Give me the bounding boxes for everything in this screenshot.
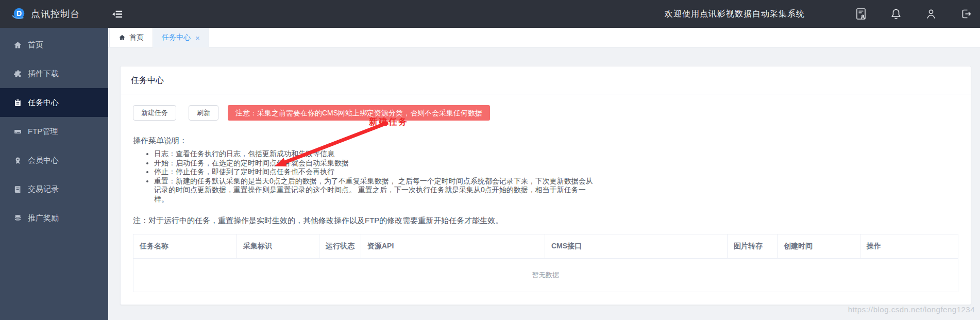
cms-binding-notice: 注意：采集之前需要在你的CMS网站上绑定资源分类，否则不会采集任何数据 [228,105,490,121]
task-table: 任务名称 采集标识 运行状态 资源API CMS接口 图片转存 创建时间 操作 … [133,234,958,292]
sidebar-item-label: FTP管理 [28,127,58,137]
task-icon [13,98,22,107]
sidebar: 首页 插件下载 任务中心 [0,28,108,320]
member-icon [13,156,22,165]
sidebar-item-label: 推广奖励 [28,213,59,223]
sidebar-item-transactions[interactable]: 交易记录 [0,175,108,204]
sidebar-item-ftp[interactable]: FTP管理 [0,117,108,146]
watermark-text: https://blog.csdn.net/longfeng1234 [848,305,975,314]
running-task-note: 注：对于运行中的任务，重置操作是实时生效的，其他修改操作以及FTP的修改需要重新… [133,216,958,226]
profile-card-icon[interactable] [854,7,868,21]
toolbar: 新建任务 刷新 注意：采集之前需要在你的CMS网站上绑定资源分类，否则不会采集任… [133,105,958,121]
table-empty-row: 暂无数据 [133,259,958,292]
sidebar-item-label: 任务中心 [28,98,59,108]
col-cms-api: CMS接口 [545,234,728,259]
logo-icon: D [11,6,27,22]
refresh-button[interactable]: 刷新 [189,105,218,121]
sidebar-item-label: 会员中心 [28,156,59,165]
sidebar-item-label: 插件下载 [28,69,59,79]
close-icon[interactable]: × [195,34,200,42]
col-created-time: 创建时间 [778,234,860,259]
top-bar: D 点讯控制台 欢迎使用点讯影视数据自动采集系统 [0,0,980,28]
col-task-name: 任务名称 [133,234,237,259]
ftp-icon [13,127,22,136]
tab-label: 首页 [129,33,144,42]
logout-icon[interactable] [959,7,973,21]
card-title: 任务中心 [121,66,971,94]
welcome-text: 欢迎使用点讯影视数据自动采集系统 [665,9,805,20]
topbar-actions: 欢迎使用点讯影视数据自动采集系统 [665,7,980,21]
tab-task-center[interactable]: 任务中心 × [153,28,209,47]
empty-data-text: 暂无数据 [133,259,958,292]
sidebar-item-label: 交易记录 [28,184,59,194]
sidebar-item-home[interactable]: 首页 [0,30,108,59]
reward-icon [13,213,22,223]
tab-home[interactable]: 首页 [109,28,153,47]
sidebar-item-label: 首页 [28,40,43,50]
app-logo[interactable]: D 点讯控制台 [0,0,108,28]
help-item-log: 日志：查看任务执行的日志，包括更新成功和失败等信息 [154,149,599,159]
user-account-icon[interactable] [924,7,938,21]
sidebar-menu: 首页 插件下载 任务中心 [0,28,108,232]
page-tabs: 首页 任务中心 × [108,28,980,47]
task-center-card: 任务中心 新建任务 刷新 注意：采集之前需要在你的CMS网站上绑定资源分类，否则… [120,66,971,305]
col-resource-api: 资源API [361,234,545,259]
new-task-button[interactable]: 新建任务 [133,105,176,121]
transaction-icon [13,184,22,194]
col-run-status: 运行状态 [319,234,361,259]
sidebar-collapse-icon[interactable] [108,5,126,23]
col-actions: 操作 [860,234,958,259]
help-item-start: 开始：启动任务，在选定的定时时间点任务就会自动采集数据 [154,159,599,168]
sidebar-item-member-center[interactable]: 会员中心 [0,146,108,175]
col-image-transfer: 图片转存 [728,234,778,259]
help-item-stop: 停止：停止任务，即使到了定时时间点任务也不会再执行 [154,167,599,177]
help-item-reset: 重置：新建的任务默认采集的是当天0点之后的数据，为了不重复采集数据， 之后每一个… [154,177,599,204]
main-content: 任务中心 新建任务 刷新 注意：采集之前需要在你的CMS网站上绑定资源分类，否则… [108,47,980,320]
app-title: 点讯控制台 [31,8,80,20]
tab-label: 任务中心 [162,33,191,42]
menu-help-title: 操作菜单说明： [133,136,958,146]
table-header-row: 任务名称 采集标识 运行状态 资源API CMS接口 图片转存 创建时间 操作 [133,234,958,259]
annotation-new-task: 新建任务 [369,116,408,128]
plugin-icon [13,69,22,78]
col-collect-id: 采集标识 [237,234,319,259]
sidebar-item-task-center[interactable]: 任务中心 [0,88,108,117]
home-icon [13,40,22,49]
card-body: 新建任务 刷新 注意：采集之前需要在你的CMS网站上绑定资源分类，否则不会采集任… [121,94,971,305]
svg-text:D: D [16,9,22,18]
sidebar-item-promotion-rewards[interactable]: 推广奖励 [0,204,108,232]
notifications-bell-icon[interactable] [889,7,903,21]
sidebar-item-plugin-download[interactable]: 插件下载 [0,59,108,88]
menu-help-list: 日志：查看任务执行的日志，包括更新成功和失败等信息 开始：启动任务，在选定的定时… [133,149,599,204]
home-icon [119,34,126,41]
